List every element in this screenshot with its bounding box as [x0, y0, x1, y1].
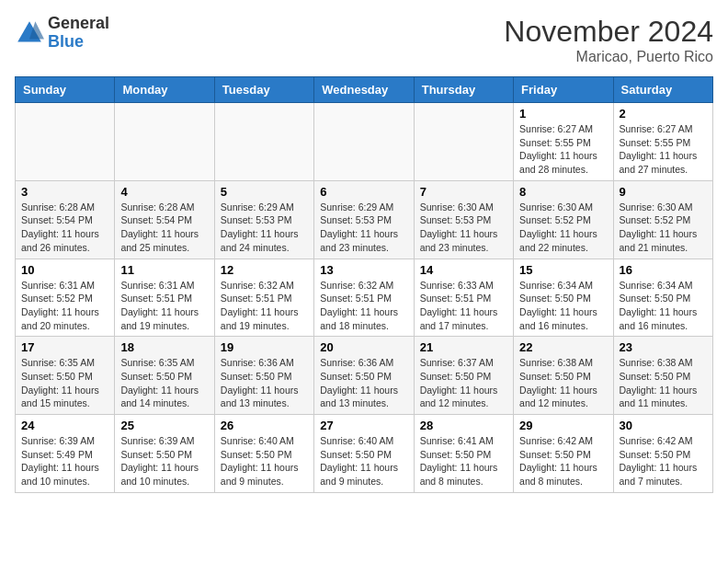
location: Maricao, Puerto Rico: [504, 49, 713, 65]
day-number: 19: [221, 340, 308, 354]
day-number: 12: [221, 263, 308, 277]
weekday-header-saturday: Saturday: [613, 77, 712, 103]
logo-text: General Blue: [48, 15, 109, 52]
calendar-day-cell: 7Sunrise: 6:30 AM Sunset: 5:53 PM Daylig…: [414, 180, 513, 259]
day-info: Sunrise: 6:30 AM Sunset: 5:52 PM Dayligh…: [519, 201, 607, 255]
weekday-header-wednesday: Wednesday: [314, 77, 414, 103]
calendar-header: SundayMondayTuesdayWednesdayThursdayFrid…: [16, 77, 713, 103]
calendar-day-cell: 3Sunrise: 6:28 AM Sunset: 5:54 PM Daylig…: [16, 180, 115, 259]
weekday-header-sunday: Sunday: [16, 77, 115, 103]
day-info: Sunrise: 6:28 AM Sunset: 5:54 PM Dayligh…: [21, 201, 108, 255]
day-info: Sunrise: 6:34 AM Sunset: 5:50 PM Dayligh…: [519, 279, 607, 333]
calendar-day-cell: 9Sunrise: 6:30 AM Sunset: 5:52 PM Daylig…: [613, 180, 712, 259]
day-number: 13: [320, 263, 407, 277]
day-number: 14: [420, 263, 507, 277]
day-info: Sunrise: 6:28 AM Sunset: 5:54 PM Dayligh…: [120, 201, 208, 255]
day-number: 16: [620, 263, 707, 277]
day-info: Sunrise: 6:30 AM Sunset: 5:53 PM Dayligh…: [420, 201, 507, 255]
day-info: Sunrise: 6:29 AM Sunset: 5:53 PM Dayligh…: [221, 201, 308, 255]
weekday-header-row: SundayMondayTuesdayWednesdayThursdayFrid…: [16, 77, 713, 103]
calendar-day-cell: 27Sunrise: 6:40 AM Sunset: 5:50 PM Dayli…: [314, 415, 414, 493]
calendar-day-cell: 6Sunrise: 6:29 AM Sunset: 5:53 PM Daylig…: [314, 180, 414, 259]
weekday-header-friday: Friday: [514, 77, 613, 103]
day-info: Sunrise: 6:40 AM Sunset: 5:50 PM Dayligh…: [320, 434, 407, 488]
calendar-day-cell: 12Sunrise: 6:32 AM Sunset: 5:51 PM Dayli…: [214, 259, 313, 337]
logo-icon: [15, 18, 44, 48]
calendar-day-cell: [414, 103, 513, 181]
logo-blue: Blue: [48, 33, 109, 52]
calendar-day-cell: 25Sunrise: 6:39 AM Sunset: 5:50 PM Dayli…: [115, 415, 214, 493]
day-info: Sunrise: 6:31 AM Sunset: 5:51 PM Dayligh…: [120, 279, 208, 333]
calendar-week-row: 17Sunrise: 6:35 AM Sunset: 5:50 PM Dayli…: [16, 337, 713, 415]
day-number: 26: [221, 419, 308, 432]
day-number: 25: [120, 419, 208, 432]
calendar-day-cell: 1Sunrise: 6:27 AM Sunset: 5:55 PM Daylig…: [514, 103, 613, 181]
day-info: Sunrise: 6:32 AM Sunset: 5:51 PM Dayligh…: [320, 279, 407, 333]
calendar-day-cell: [115, 103, 214, 181]
day-info: Sunrise: 6:35 AM Sunset: 5:50 PM Dayligh…: [120, 356, 208, 410]
day-info: Sunrise: 6:42 AM Sunset: 5:50 PM Dayligh…: [519, 434, 607, 488]
day-number: 28: [420, 419, 507, 432]
day-info: Sunrise: 6:31 AM Sunset: 5:52 PM Dayligh…: [21, 279, 108, 333]
day-info: Sunrise: 6:39 AM Sunset: 5:49 PM Dayligh…: [21, 434, 108, 488]
day-info: Sunrise: 6:42 AM Sunset: 5:50 PM Dayligh…: [620, 434, 707, 488]
logo: General Blue: [15, 15, 109, 52]
calendar-day-cell: [16, 103, 115, 181]
day-info: Sunrise: 6:27 AM Sunset: 5:55 PM Dayligh…: [519, 122, 607, 177]
calendar-day-cell: 26Sunrise: 6:40 AM Sunset: 5:50 PM Dayli…: [214, 415, 313, 493]
day-number: 22: [519, 340, 607, 354]
calendar-day-cell: [314, 103, 414, 181]
calendar-day-cell: 8Sunrise: 6:30 AM Sunset: 5:52 PM Daylig…: [514, 180, 613, 259]
day-number: 29: [519, 419, 607, 432]
day-info: Sunrise: 6:38 AM Sunset: 5:50 PM Dayligh…: [620, 356, 707, 410]
day-info: Sunrise: 6:27 AM Sunset: 5:55 PM Dayligh…: [620, 122, 707, 177]
day-number: 18: [120, 340, 208, 354]
day-number: 6: [320, 185, 407, 199]
title-block: November 2024 Maricao, Puerto Rico: [504, 15, 713, 65]
day-number: 9: [620, 185, 707, 199]
day-info: Sunrise: 6:29 AM Sunset: 5:53 PM Dayligh…: [320, 201, 407, 255]
day-info: Sunrise: 6:38 AM Sunset: 5:50 PM Dayligh…: [519, 356, 607, 410]
day-info: Sunrise: 6:33 AM Sunset: 5:51 PM Dayligh…: [420, 279, 507, 333]
day-info: Sunrise: 6:39 AM Sunset: 5:50 PM Dayligh…: [120, 434, 208, 488]
day-info: Sunrise: 6:41 AM Sunset: 5:50 PM Dayligh…: [420, 434, 507, 488]
calendar-day-cell: 16Sunrise: 6:34 AM Sunset: 5:50 PM Dayli…: [613, 259, 712, 337]
page-header: General Blue November 2024 Maricao, Puer…: [15, 15, 713, 65]
calendar-week-row: 3Sunrise: 6:28 AM Sunset: 5:54 PM Daylig…: [16, 180, 713, 259]
logo-general: General: [48, 15, 109, 33]
calendar-day-cell: 23Sunrise: 6:38 AM Sunset: 5:50 PM Dayli…: [613, 337, 712, 415]
day-info: Sunrise: 6:30 AM Sunset: 5:52 PM Dayligh…: [620, 201, 707, 255]
day-info: Sunrise: 6:36 AM Sunset: 5:50 PM Dayligh…: [221, 356, 308, 410]
day-number: 21: [420, 340, 507, 354]
calendar-week-row: 24Sunrise: 6:39 AM Sunset: 5:49 PM Dayli…: [16, 415, 713, 493]
day-info: Sunrise: 6:35 AM Sunset: 5:50 PM Dayligh…: [21, 356, 108, 410]
calendar-day-cell: 13Sunrise: 6:32 AM Sunset: 5:51 PM Dayli…: [314, 259, 414, 337]
calendar-body: 1Sunrise: 6:27 AM Sunset: 5:55 PM Daylig…: [16, 103, 713, 493]
calendar-day-cell: 29Sunrise: 6:42 AM Sunset: 5:50 PM Dayli…: [514, 415, 613, 493]
weekday-header-monday: Monday: [115, 77, 214, 103]
day-info: Sunrise: 6:37 AM Sunset: 5:50 PM Dayligh…: [420, 356, 507, 410]
day-number: 7: [420, 185, 507, 199]
day-number: 23: [620, 340, 707, 354]
day-number: 24: [21, 419, 108, 432]
day-number: 17: [21, 340, 108, 354]
day-info: Sunrise: 6:36 AM Sunset: 5:50 PM Dayligh…: [320, 356, 407, 410]
day-number: 15: [519, 263, 607, 277]
calendar-day-cell: 19Sunrise: 6:36 AM Sunset: 5:50 PM Dayli…: [214, 337, 313, 415]
day-number: 27: [320, 419, 407, 432]
day-number: 8: [519, 185, 607, 199]
day-number: 30: [620, 419, 707, 432]
calendar-day-cell: 18Sunrise: 6:35 AM Sunset: 5:50 PM Dayli…: [115, 337, 214, 415]
calendar-day-cell: 24Sunrise: 6:39 AM Sunset: 5:49 PM Dayli…: [16, 415, 115, 493]
day-info: Sunrise: 6:40 AM Sunset: 5:50 PM Dayligh…: [221, 434, 308, 488]
month-year: November 2024: [504, 15, 713, 49]
calendar-day-cell: 22Sunrise: 6:38 AM Sunset: 5:50 PM Dayli…: [514, 337, 613, 415]
calendar-day-cell: 17Sunrise: 6:35 AM Sunset: 5:50 PM Dayli…: [16, 337, 115, 415]
day-number: 20: [320, 340, 407, 354]
day-info: Sunrise: 6:34 AM Sunset: 5:50 PM Dayligh…: [620, 279, 707, 333]
weekday-header-thursday: Thursday: [414, 77, 513, 103]
calendar-day-cell: 28Sunrise: 6:41 AM Sunset: 5:50 PM Dayli…: [414, 415, 513, 493]
calendar-day-cell: [214, 103, 313, 181]
day-number: 4: [120, 185, 208, 199]
calendar-table: SundayMondayTuesdayWednesdayThursdayFrid…: [15, 76, 713, 493]
